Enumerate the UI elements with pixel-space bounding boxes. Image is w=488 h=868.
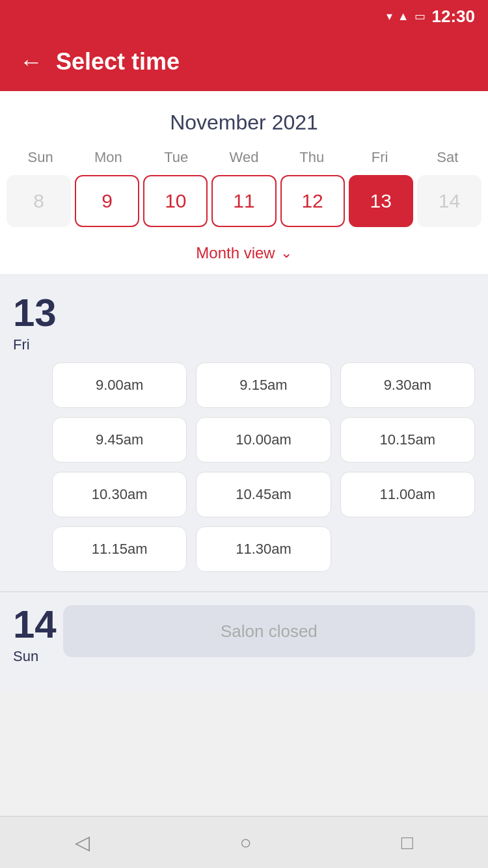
month-year-label: November 2021	[0, 104, 488, 145]
battery-icon: ▭	[414, 9, 426, 23]
day-13-name: Fri	[13, 336, 57, 353]
time-slot-1015am[interactable]: 10.15am	[340, 417, 475, 463]
salon-closed-label: Salon closed	[63, 605, 475, 657]
day-13-number: 13	[13, 293, 57, 332]
wifi-icon: ▾	[386, 9, 392, 23]
status-icons: ▾ ▲ ▭	[386, 9, 426, 23]
date-9[interactable]: 9	[75, 175, 139, 227]
weekday-wed: Wed	[210, 145, 278, 170]
month-view-label: Month view	[196, 244, 275, 262]
dates-row: 8 9 10 11 12 13 14	[0, 170, 488, 237]
time-slot-915am[interactable]: 9.15am	[196, 362, 331, 408]
day-block-13: 13 Fri 9.00am 9.15am 9.30am 9.45am 10.00…	[0, 287, 488, 585]
day-block-14: 14 Sun Salon closed	[0, 599, 488, 678]
time-slot-1000am[interactable]: 10.00am	[196, 417, 331, 463]
status-bar: ▾ ▲ ▭ 12:30	[0, 0, 488, 33]
nav-recent-icon[interactable]: □	[401, 832, 413, 854]
nav-home-icon[interactable]: ○	[239, 832, 251, 854]
weekday-mon: Mon	[74, 145, 142, 170]
page-title: Select time	[56, 48, 180, 75]
time-section: 13 Fri 9.00am 9.15am 9.30am 9.45am 10.00…	[0, 274, 488, 691]
day-14-info: 14 Sun	[13, 605, 57, 665]
bottom-nav: ◁ ○ □	[0, 816, 488, 868]
date-10[interactable]: 10	[143, 175, 208, 227]
app-header: ← Select time	[0, 33, 488, 91]
time-grid-13: 9.00am 9.15am 9.30am 9.45am 10.00am 10.1…	[52, 362, 475, 572]
day-14-container: 14 Sun Salon closed	[13, 605, 475, 665]
status-time: 12:30	[432, 7, 476, 27]
time-slot-930am[interactable]: 9.30am	[340, 362, 475, 408]
nav-back-icon[interactable]: ◁	[75, 831, 90, 854]
date-12[interactable]: 12	[280, 175, 345, 227]
month-view-toggle[interactable]: Month view ⌄	[0, 237, 488, 274]
time-slot-1100am[interactable]: 11.00am	[340, 472, 475, 517]
weekday-sun: Sun	[7, 145, 74, 170]
weekday-sat: Sat	[414, 145, 481, 170]
date-13[interactable]: 13	[349, 175, 413, 227]
time-slot-1030am[interactable]: 10.30am	[52, 472, 187, 517]
day-13-info: 13 Fri	[13, 293, 57, 353]
day-14-name: Sun	[13, 648, 57, 665]
day-13-header: 13 Fri	[13, 293, 475, 353]
time-slot-900am[interactable]: 9.00am	[52, 362, 187, 408]
time-slot-945am[interactable]: 9.45am	[52, 417, 187, 463]
calendar-section: November 2021 Sun Mon Tue Wed Thu Fri Sa…	[0, 91, 488, 274]
weekday-fri: Fri	[346, 145, 413, 170]
chevron-down-icon: ⌄	[280, 245, 292, 262]
date-11[interactable]: 11	[211, 175, 276, 227]
weekday-row: Sun Mon Tue Wed Thu Fri Sat	[0, 145, 488, 170]
date-8[interactable]: 8	[7, 175, 71, 227]
weekday-thu: Thu	[278, 145, 346, 170]
date-14[interactable]: 14	[417, 175, 481, 227]
day-14-number: 14	[13, 605, 57, 644]
time-slot-1045am[interactable]: 10.45am	[196, 472, 331, 517]
time-slot-1130am[interactable]: 11.30am	[196, 526, 331, 572]
signal-icon: ▲	[398, 10, 409, 23]
divider	[0, 591, 488, 592]
weekday-tue: Tue	[142, 145, 210, 170]
time-slot-1115am[interactable]: 11.15am	[52, 526, 187, 572]
back-button[interactable]: ←	[20, 48, 43, 75]
